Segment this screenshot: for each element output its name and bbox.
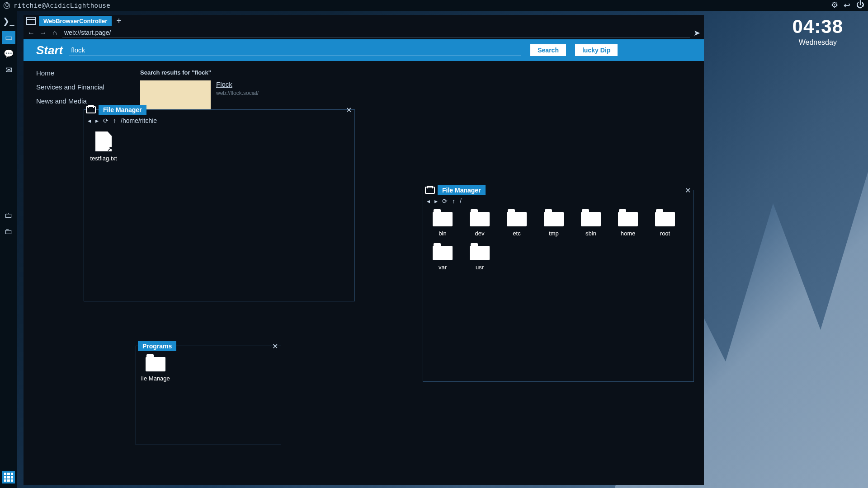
start-logo: Start xyxy=(36,43,63,57)
folder-icon xyxy=(507,212,527,226)
topbar: ritchie@AcidicLighthouse xyxy=(0,0,868,11)
nav-home[interactable]: Home xyxy=(36,69,140,77)
sidebar-folder-2[interactable]: 🗀 xyxy=(2,225,15,238)
username-label: ritchie@AcidicLighthouse xyxy=(14,2,110,9)
close-icon[interactable]: ✕ xyxy=(685,186,691,195)
folder-label: bin xyxy=(439,230,446,237)
nav-back-icon[interactable]: ◂ xyxy=(88,117,91,124)
close-icon[interactable]: ✕ xyxy=(272,342,278,351)
folder-label: dev xyxy=(475,230,485,237)
folder-item[interactable]: var xyxy=(429,246,457,271)
nav-forward-icon[interactable]: → xyxy=(39,29,47,37)
folder-icon xyxy=(425,187,435,194)
clock-day: Wednesday xyxy=(793,38,843,47)
search-button[interactable]: Search xyxy=(530,44,566,56)
file-manager-window-2[interactable]: File Manager ✕ ◂ ▸ ⟳ ↑ / bindevetctmpsbi… xyxy=(423,190,694,382)
folder-label: etc xyxy=(513,230,520,237)
start-header: Start Search lucky Dip xyxy=(24,39,704,61)
nav-up-icon[interactable]: ↑ xyxy=(113,117,116,124)
file-toolbar: ◂ ▸ ⟳ ↑ /home/ritchie xyxy=(84,115,354,126)
folder-item[interactable]: sbin xyxy=(577,212,605,237)
refresh-icon[interactable]: ⟳ xyxy=(442,197,448,205)
desktop-clock: 04:38 Wednesday xyxy=(793,16,843,47)
nav-back-icon[interactable]: ← xyxy=(27,29,35,37)
folder-label: var xyxy=(439,264,447,271)
file-grid[interactable]: testflag.txt xyxy=(84,126,354,167)
result-title[interactable]: Flock xyxy=(216,80,259,88)
file-toolbar: ◂ ▸ ⟳ ↑ / xyxy=(423,196,693,206)
nav-up-icon[interactable]: ↑ xyxy=(452,197,455,205)
window-title: File Manager xyxy=(438,185,486,195)
folder-item[interactable]: bin xyxy=(429,212,457,237)
titlebar[interactable]: File Manager ✕ xyxy=(84,104,354,115)
browser-tabbar: WebBrowserController + xyxy=(24,15,704,27)
folder-item[interactable]: etc xyxy=(503,212,531,237)
settings-icon[interactable] xyxy=(831,1,839,9)
folder-item[interactable]: dev xyxy=(466,212,494,237)
file-manager-window-1[interactable]: File Manager ✕ ◂ ▸ ⟳ ↑ /home/ritchie tes… xyxy=(84,109,355,301)
folder-label: tmp xyxy=(549,230,559,237)
folder-item[interactable]: tmp xyxy=(540,212,568,237)
nav-back-icon[interactable]: ◂ xyxy=(427,197,430,205)
result-url: web://flock.social/ xyxy=(216,90,259,96)
window-title: Programs xyxy=(138,341,176,351)
nav-news[interactable]: News and Media xyxy=(36,97,140,105)
folder-icon xyxy=(618,212,638,226)
power-icon[interactable] xyxy=(856,1,864,9)
path-label: /home/ritchie xyxy=(121,117,157,124)
clock-time: 04:38 xyxy=(793,16,843,38)
file-item[interactable]: testflag.txt xyxy=(90,131,118,162)
nav-services[interactable]: Services and Financial xyxy=(36,83,140,91)
programs-grid[interactable]: ile Manage xyxy=(136,352,281,387)
desktop: ritchie@AcidicLighthouse ❯_ ▭ 💬 ✉ 🗀 🗀 04… xyxy=(0,0,868,488)
refresh-icon[interactable]: ⟳ xyxy=(103,117,108,124)
folder-icon xyxy=(433,246,453,260)
file-label: testflag.txt xyxy=(90,155,117,162)
logout-icon[interactable] xyxy=(844,1,852,9)
sidebar: ❯_ ▭ 💬 ✉ 🗀 🗀 xyxy=(0,11,17,488)
folder-icon xyxy=(655,212,675,226)
folder-item[interactable]: usr xyxy=(466,246,494,271)
sidebar-chat[interactable]: 💬 xyxy=(2,47,15,61)
lucky-dip-button[interactable]: lucky Dip xyxy=(575,44,618,56)
folder-icon xyxy=(433,212,453,226)
user-icon xyxy=(4,2,10,9)
program-item[interactable]: ile Manage xyxy=(142,357,170,382)
folder-icon xyxy=(86,106,96,113)
nav-go-icon[interactable]: ➤ xyxy=(693,28,700,38)
file-grid[interactable]: bindevetctmpsbinhomerootvarusr xyxy=(423,206,693,276)
folder-label: usr xyxy=(476,264,484,271)
programs-window[interactable]: Programs ✕ ile Manage xyxy=(136,346,281,445)
sidebar-browser[interactable]: ▭ xyxy=(2,31,15,44)
folder-label: root xyxy=(660,230,670,237)
nav-home-icon[interactable]: ⌂ xyxy=(51,29,59,37)
folder-label: sbin xyxy=(585,230,596,237)
folder-icon xyxy=(146,357,165,371)
file-icon xyxy=(95,131,112,151)
folder-icon xyxy=(544,212,564,226)
apps-grid-button[interactable] xyxy=(2,471,15,483)
path-label: / xyxy=(460,197,462,205)
sidebar-mail[interactable]: ✉ xyxy=(2,63,15,77)
url-input[interactable] xyxy=(62,28,690,38)
window-title: File Manager xyxy=(99,105,146,115)
folder-icon xyxy=(470,246,490,260)
browser-navbar: ← → ⌂ ➤ xyxy=(24,27,704,39)
window-icon xyxy=(26,17,36,25)
titlebar[interactable]: File Manager ✕ xyxy=(423,185,693,196)
sidebar-terminal[interactable]: ❯_ xyxy=(2,14,15,28)
search-input[interactable] xyxy=(69,44,521,56)
sidebar-folder-1[interactable]: 🗀 xyxy=(2,208,15,222)
folder-label: home xyxy=(621,230,636,237)
folder-icon xyxy=(581,212,601,226)
add-tab-button[interactable]: + xyxy=(116,16,122,26)
results-heading: Search results for "flock" xyxy=(140,69,691,76)
folder-icon xyxy=(470,212,490,226)
nav-forward-icon[interactable]: ▸ xyxy=(434,197,438,205)
nav-forward-icon[interactable]: ▸ xyxy=(95,117,99,124)
folder-item[interactable]: home xyxy=(614,212,642,237)
browser-tab[interactable]: WebBrowserController xyxy=(39,16,112,26)
close-icon[interactable]: ✕ xyxy=(346,106,352,114)
folder-item[interactable]: root xyxy=(651,212,679,237)
titlebar[interactable]: Programs ✕ xyxy=(136,341,281,352)
